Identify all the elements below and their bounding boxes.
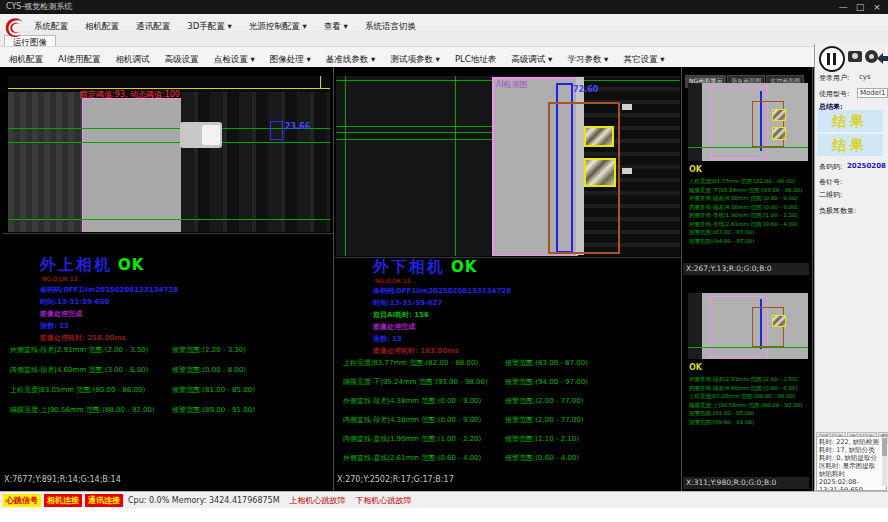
menu-bar: 系统配置 相机配置 通讯配置 3D手配置 ▾ 光源控制配置 ▾ 查看 ▾ 系统语…	[0, 14, 888, 31]
window-title: CYS-视觉检测系统	[6, 2, 72, 11]
center-camera-panel: AI检测图 72.60 外下相机OK NG:0;OK:13 条码码:0FF1ii…	[335, 67, 681, 491]
tool-camera-config[interactable]: 相机配置	[4, 50, 48, 66]
center-frame-count: 张数: 13	[373, 334, 402, 344]
alarm-range: 报警范围:(89.00 - 91.00)	[172, 405, 255, 415]
heartbeat-badge: 心跳信号	[3, 494, 41, 507]
alarm-range: 报警范围:(1.10 - 2.10)	[505, 434, 579, 444]
logout-button[interactable]	[877, 50, 888, 63]
tool-test-params[interactable]: 测试项参数 ▾	[385, 50, 444, 66]
measure-text: 隔膜宽度-上|90.56mm 范围:(88.00 - 92.00)	[10, 406, 155, 414]
left-frame-count: 张数: 13	[40, 321, 69, 331]
mini-views-panel: NG画面显示所有画面图监控画面图 OK 上粒宽度|83.77mm 范围:(82.…	[683, 67, 811, 491]
tool-other-settings[interactable]: 其它设置 ▾	[618, 50, 669, 66]
tool-advanced-settings[interactable]: 高级设置	[160, 50, 204, 66]
center-measure-value: 72.60	[573, 85, 598, 94]
measurement-row: 隔膜宽度-上|90.56mm 范围:(88.00 - 92.00)报警范围:(8…	[10, 405, 333, 415]
minimize-button[interactable]: —	[836, 0, 850, 14]
measure-text: 上粒宽度|83.05mm 范围:(80.00 - 86.00)	[10, 386, 145, 394]
left-time: 时间:13-31-59-650	[40, 297, 109, 307]
mini-top-result-lines: 上粒宽度|83.77mm 范围:(82.00 - 88.00) 隔膜宽度-下|9…	[689, 177, 809, 245]
mini-camera-image-top	[688, 83, 808, 161]
tool-learn-params[interactable]: 学习参数 ▾	[562, 50, 613, 66]
pause-button[interactable]	[819, 46, 845, 72]
alarm-range: 报警范围:(0.00 - 8.00)	[172, 365, 246, 375]
tab-detect-box	[584, 158, 616, 187]
measure-text: 外侧直线-段差|2.91mm 范围:(2.00 - 3.50)	[10, 346, 148, 354]
measurement-row: 隔膜宽度-下|95.24mm 范围:(93.00 - 98.00)报警范围:(9…	[343, 377, 681, 387]
status-bar: 心跳信号 相机连接 通讯连接 Cpu: 0.0% Memory: 3424.41…	[0, 491, 888, 508]
mini-bottom-result-lines: 外侧直线-段差|2.91mm 范围:(2.00 - 3.50) 内侧直线-段差|…	[689, 375, 809, 426]
left-cursor-coords: X:7677;Y:891;R:14;G:14;B:14	[4, 475, 121, 484]
measurement-row: 内侧直线-直线|1.90mm 范围:(1.00 - 2.20)报警范围:(1.1…	[343, 434, 681, 444]
app-logo-icon	[3, 16, 25, 40]
left-camera-image: 23.66 固定阈值:93, 动态阈值:100	[8, 76, 330, 232]
mini-bottom-coords: X:311;Y:980;R:0;G:0;B:0	[683, 477, 809, 489]
measurement-row: 外侧直线-段差|2.91mm 范围:(2.00 - 3.50)报警范围:(2.2…	[10, 345, 333, 355]
left-process-time: 图像处理耗时: 258.00ms	[40, 333, 126, 343]
camera-button[interactable]	[848, 51, 862, 62]
left-threshold-overlay: 固定阈值:93, 动态阈值:100	[80, 89, 180, 100]
left-camera-name: 外上相机	[40, 255, 112, 274]
back-arrow-icon	[877, 52, 888, 65]
center-barcode: 条码码:0FF1iim20250208133134728	[373, 286, 511, 296]
measure-text: 外侧直线-段差|4.38mm 范围:(0.00 - 9.00)	[343, 397, 481, 405]
record-icon	[869, 54, 874, 59]
left-camera-status: OK	[118, 256, 144, 274]
log-scrollbar-thumb[interactable]	[882, 438, 887, 456]
comm-conn-badge: 通讯连接	[85, 494, 123, 507]
alarm-range: 报警范围:(81.00 - 85.00)	[172, 385, 255, 395]
left-process-done: 图像处理完成	[40, 309, 82, 319]
close-button[interactable]: ×	[870, 0, 884, 14]
tool-baseline-params[interactable]: 基准线参数 ▾	[321, 50, 380, 66]
battery-cell-region	[82, 98, 182, 232]
center-camera-title: 外下相机OK	[373, 257, 477, 278]
measurement-row: 外侧直线-段差|4.38mm 范围:(0.00 - 9.00)报警范围:(2.0…	[343, 396, 681, 406]
alarm-range: 报警范围:(2.00 - 77.00)	[505, 415, 583, 425]
tool-camera-debug[interactable]: 相机调试	[111, 50, 155, 66]
tab-roi-box	[752, 101, 784, 147]
center-ngok-count: NG:0;OK:13	[375, 277, 410, 284]
barcode-value: 20250208	[847, 162, 886, 170]
measurement-row: 内侧直线-段差|4.38mm 范围:(0.00 - 9.00)报警范围:(2.0…	[343, 415, 681, 425]
model-value[interactable]: Model1	[857, 88, 888, 98]
tool-plc-table[interactable]: PLC地址表	[450, 50, 501, 66]
mini-bottom-status: OK	[689, 363, 702, 372]
tab-detect-box	[584, 126, 614, 147]
tool-ai-config[interactable]: AI使用配置	[53, 50, 105, 66]
mini-top-status: OK	[689, 165, 702, 174]
tool-image-process[interactable]: 图像处理 ▾	[265, 50, 316, 66]
app-window: CYS-视觉检测系统 — □ × 系统配置 相机配置 通讯配置 3D手配置 ▾ …	[0, 0, 888, 522]
left-camera-title: 外上相机OK	[40, 255, 144, 276]
maximize-button[interactable]: □	[853, 0, 867, 14]
center-camera-status: OK	[451, 258, 477, 276]
log-output: 耗时: 222, 缺陷检测耗时: 17, 缺陷分类耗时: 0, 缺陷提取分区耗时…	[816, 436, 887, 491]
login-user-label: 登录用户:	[819, 73, 849, 83]
camera-icon	[852, 53, 858, 59]
alarm-range: 报警范围:(0.60 - 4.00)	[505, 453, 579, 463]
center-ai-time: 双目AI耗时: 156	[373, 310, 429, 320]
needle-number-label: 卷针号:	[819, 177, 842, 187]
center-cursor-coords: X:270;Y:2502;R:17;G:17;B:17	[337, 475, 454, 484]
tool-advanced-debug[interactable]: 高级调试 ▾	[506, 50, 557, 66]
bottom-margin	[0, 507, 888, 522]
left-camera-panel: 23.66 固定阈值:93, 动态阈值:100 外上相机OK NG:0;OK:1…	[2, 67, 333, 491]
qr-code-label: 二维码:	[819, 190, 842, 200]
alarm-range: 报警范围:(94.00 - 97.00)	[505, 377, 588, 387]
right-sidebar: 登录用户: cys 使用型号: Model1 总结果: 结果 结果 条码码: 2…	[814, 44, 888, 491]
neg-tab-count-label: 负极耳数量:	[819, 206, 856, 216]
login-user-value: cys	[859, 73, 871, 81]
measure-text: 上粒宽度|83.77mm 范围:(82.00 - 88.00)	[343, 359, 478, 367]
model-label: 使用型号:	[819, 89, 849, 99]
tool-spot-check[interactable]: 点检设置 ▾	[209, 50, 260, 66]
alarm-range: 报警范围:(83.00 - 87.00)	[505, 358, 588, 368]
measure-text: 隔膜宽度-下|95.24mm 范围:(93.00 - 98.00)	[343, 378, 488, 386]
center-process-time: 图像处理耗时: 183.00ms	[373, 346, 459, 356]
barcode-label: 条码码:	[819, 162, 842, 172]
alarm-range: 报警范围:(2.20 - 3.30)	[172, 345, 246, 355]
measure-text: 内侧直线-段差|4.38mm 范围:(0.00 - 9.00)	[343, 416, 481, 424]
left-barcode: 条码码:0FF1iim20250208133134728	[40, 285, 178, 295]
measurement-row: 外侧直线-直线|2.61mm 范围:(0.60 - 4.00)报警范围:(0.6…	[343, 453, 681, 463]
measurement-row: 上粒宽度|83.77mm 范围:(82.00 - 88.00)报警范围:(83.…	[343, 358, 681, 368]
cpu-memory-status: Cpu: 0.0% Memory: 3424.41796875M	[128, 496, 280, 505]
measurement-row: 上粒宽度|83.05mm 范围:(80.00 - 86.00)报警范围:(81.…	[10, 385, 333, 395]
